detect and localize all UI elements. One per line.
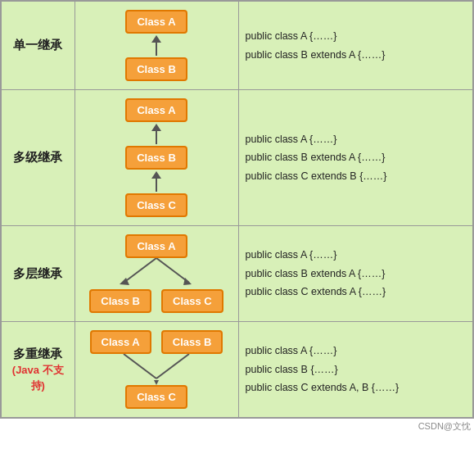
row-multiinherit: 多重继承 (Java 不支持) Class A Class B Class (1, 322, 473, 419)
main-table: 单一继承 Class A Class B public class A {……}… (0, 0, 474, 419)
diagram-multiinherit: Class A Class B Class C (74, 322, 238, 419)
code-ml-3: public class C extends B {……} (246, 167, 467, 186)
box-a-single: Class A (125, 10, 187, 34)
box-c-multiinherit: Class C (125, 385, 187, 409)
code-single: public class A {……} public class B exten… (238, 1, 473, 90)
arrow-ml-2 (151, 171, 161, 192)
arrow-ml-1 (151, 124, 161, 144)
code-mly-1: public class A {……} (246, 246, 467, 265)
svg-line-0 (124, 258, 156, 283)
code-mly-2: public class B extends A {……} (246, 265, 467, 283)
code-multilayer: public class A {……} public class B exten… (238, 226, 473, 322)
code-line-2: public class B extends A {……} (246, 46, 467, 65)
box-b-single: Class B (125, 57, 187, 81)
box-a-multilevel: Class A (125, 98, 187, 122)
row-multilevel: 多级继承 Class A Class B Class C public clas… (1, 90, 473, 226)
box-b-multiinherit: Class B (161, 330, 223, 354)
box-a-multilayer: Class A (125, 234, 187, 258)
code-mi-1: public class A {……} (246, 342, 467, 360)
multiinherit-top-row: Class A Class B (90, 330, 223, 354)
code-ml-1: public class A {……} (246, 130, 467, 149)
box-c-multilevel: Class C (125, 193, 187, 217)
row-single: 单一继承 Class A Class B public class A {……}… (1, 1, 473, 90)
svg-line-2 (156, 258, 189, 283)
arrowhead-single (151, 35, 161, 43)
code-multilevel: public class A {……} public class B exten… (238, 90, 473, 226)
svg-line-4 (124, 354, 156, 379)
code-mly-3: public class C extends A {……} (246, 283, 467, 301)
code-ml-2: public class B extends A {……} (246, 148, 467, 167)
label-multilevel: 多级继承 (1, 90, 74, 226)
box-c-multilayer: Class C (161, 289, 223, 313)
multilevel-diagram: Class A Class B Class C (82, 98, 232, 217)
code-line-1: public class A {……} (246, 27, 467, 46)
label-single: 单一继承 (1, 1, 74, 90)
multilayer-arrows (103, 258, 210, 289)
label-multilayer: 多层继承 (1, 226, 74, 322)
multiinherit-diagram: Class A Class B Class C (82, 330, 232, 409)
code-mi-3: public class C extends A, B {……} (246, 379, 467, 397)
watermark: CSDN@文忱 (0, 419, 474, 434)
row-multilayer: 多层继承 Class A Class B Class C (1, 226, 473, 322)
label-multiinherit: 多重继承 (Java 不支持) (1, 322, 74, 419)
diagram-multilevel: Class A Class B Class C (74, 90, 238, 226)
single-diagram: Class A Class B (82, 10, 232, 81)
diagram-single: Class A Class B (74, 1, 238, 90)
code-mi-2: public class B {……} (246, 360, 467, 379)
box-b-multilayer: Class B (89, 289, 151, 313)
box-a-multiinherit: Class A (90, 330, 151, 354)
code-multiinherit: public class A {……} public class B {……} … (238, 322, 473, 419)
diagram-multilayer: Class A Class B Class C (74, 226, 238, 322)
arrow-single (151, 35, 161, 56)
box-b-multilevel: Class B (125, 146, 187, 170)
multilayer-bottom-row: Class B Class C (89, 289, 223, 313)
svg-line-5 (156, 354, 189, 379)
arrowline-single (156, 43, 157, 56)
multiinherit-arrows (103, 354, 210, 385)
multilayer-diagram: Class A Class B Class C (82, 234, 232, 313)
